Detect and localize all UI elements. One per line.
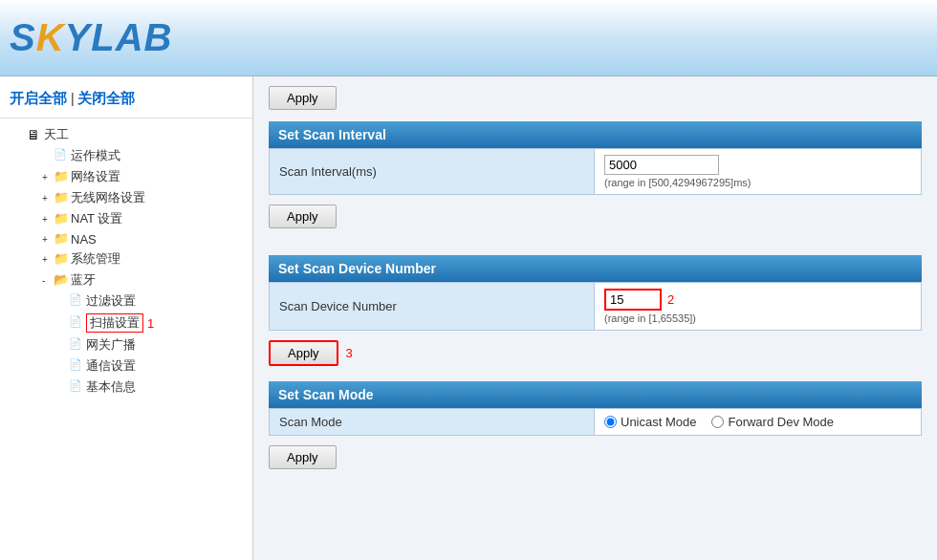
tree-root: 🖥 天工 📄 运作模式 + 📁 网络设置 + 📁 无线网络设置 bbox=[0, 124, 252, 398]
unicast-mode-radio[interactable] bbox=[604, 416, 617, 428]
forward-mode-label[interactable]: Forward Dev Mode bbox=[711, 415, 834, 429]
sidebar-top-links: 开启全部 | 关闭全部 bbox=[0, 84, 252, 118]
tree-label-wangluo: 网络设置 bbox=[71, 168, 120, 185]
sidebar-item-wuxian[interactable]: + 📁 无线网络设置 bbox=[8, 187, 252, 208]
sidebar-item-saomiao[interactable]: 📄 扫描设置 1 bbox=[8, 312, 252, 334]
expand-icon-lanya: - bbox=[42, 275, 54, 286]
sidebar-item-wangluo[interactable]: + 📁 网络设置 bbox=[8, 166, 252, 187]
scan-mode-radio-group: Unicast Mode Forward Dev Mode bbox=[604, 415, 911, 429]
scan-mode-value-cell: Unicast Mode Forward Dev Mode bbox=[595, 409, 922, 436]
forward-mode-radio[interactable] bbox=[711, 416, 724, 428]
sidebar-item-nat[interactable]: + 📁 NAT 设置 bbox=[8, 208, 252, 229]
expand-icon-wuxian: + bbox=[42, 193, 54, 204]
sidebar-item-tongxin[interactable]: 📄 通信设置 bbox=[8, 355, 252, 377]
table-row: Scan Device Number 2 (range in [1,65535]… bbox=[270, 283, 922, 331]
file-icon-tongxin: 📄 bbox=[69, 358, 84, 374]
folder-icon-wuxian: 📁 bbox=[54, 190, 69, 205]
scan-device-table: Scan Device Number 2 (range in [1,65535]… bbox=[269, 282, 922, 331]
scan-interval-apply-row: Apply bbox=[269, 201, 922, 244]
scan-interval-range: (range in [500,4294967295]ms) bbox=[604, 177, 911, 188]
scan-device-annotation: 2 bbox=[667, 292, 674, 307]
expand-icon-xitong: + bbox=[42, 254, 54, 265]
scan-device-input-group: 2 bbox=[604, 289, 911, 311]
table-row: Scan Interval(ms) (range in [500,4294967… bbox=[270, 149, 922, 195]
tree-label-guolv: 过滤设置 bbox=[86, 292, 136, 310]
open-all-link[interactable]: 开启全部 bbox=[10, 90, 67, 106]
sidebar-item-nas[interactable]: + 📁 NAS bbox=[8, 229, 252, 248]
sidebar-item-jiben[interactable]: 📄 基本信息 bbox=[8, 377, 252, 398]
scan-device-apply-annotation: 3 bbox=[346, 346, 353, 360]
section-header-scan-mode: Set Scan Mode bbox=[269, 381, 922, 408]
file-icon: 📄 bbox=[54, 148, 69, 163]
file-icon-wanguan: 📄 bbox=[69, 337, 84, 353]
logo-text: SKYLAB bbox=[10, 16, 172, 58]
sidebar-item-xitong[interactable]: + 📁 系统管理 bbox=[8, 248, 252, 269]
section-header-scan-device: Set Scan Device Number bbox=[269, 255, 922, 282]
tree-label-jiben: 基本信息 bbox=[86, 378, 136, 396]
scan-mode-table: Scan Mode Unicast Mode Forward Dev Mode bbox=[269, 408, 922, 436]
scan-device-label: Scan Device Number bbox=[270, 283, 595, 331]
scan-device-range: (range in [1,65535]) bbox=[604, 312, 911, 324]
sidebar-item-wanguan[interactable]: 📄 网关广播 bbox=[8, 334, 252, 355]
tree-label-wanguan: 网关广播 bbox=[86, 336, 136, 354]
section-scan-device-number: Set Scan Device Number Scan Device Numbe… bbox=[269, 255, 922, 370]
file-icon-saomiao: 📄 bbox=[69, 315, 84, 331]
tree-label-wuxian: 无线网络设置 bbox=[71, 189, 145, 206]
expand-icon-nat: + bbox=[42, 214, 54, 225]
scan-device-apply-row: Apply 3 bbox=[269, 336, 922, 370]
scan-interval-apply-button[interactable]: Apply bbox=[269, 205, 337, 228]
header: SKYLAB bbox=[0, 0, 937, 76]
scan-device-input[interactable] bbox=[604, 289, 662, 311]
sidebar-item-lanya[interactable]: - 📂 蓝牙 bbox=[8, 269, 252, 291]
unicast-mode-text: Unicast Mode bbox=[621, 415, 696, 429]
sidebar-item-yunzuo[interactable]: 📄 运作模式 bbox=[8, 145, 252, 166]
tree-label-nat: NAT 设置 bbox=[71, 210, 122, 227]
tree-label-yunzuo: 运作模式 bbox=[71, 147, 120, 164]
folder-icon-lanya: 📂 bbox=[54, 272, 69, 288]
top-apply-button[interactable]: Apply bbox=[269, 86, 337, 110]
section-scan-interval: Set Scan Interval Scan Interval(ms) (ran… bbox=[269, 121, 922, 244]
scan-device-value-cell: 2 (range in [1,65535]) bbox=[595, 283, 922, 331]
tree-root-label: 天工 bbox=[44, 126, 69, 143]
tree-label-tongxin: 通信设置 bbox=[86, 357, 136, 375]
unicast-mode-label[interactable]: Unicast Mode bbox=[604, 415, 696, 429]
table-row: Scan Mode Unicast Mode Forward Dev Mode bbox=[270, 409, 922, 436]
tree-root-item[interactable]: 🖥 天工 bbox=[8, 124, 252, 145]
logo: SKYLAB bbox=[10, 16, 172, 59]
tree-label-xitong: 系统管理 bbox=[71, 250, 120, 268]
forward-mode-text: Forward Dev Mode bbox=[728, 415, 834, 429]
tree-label-saomiao: 扫描设置 bbox=[86, 313, 143, 333]
file-icon-guolv: 📄 bbox=[69, 293, 84, 309]
tree-label-nas: NAS bbox=[71, 232, 97, 247]
computer-icon: 🖥 bbox=[27, 127, 42, 142]
expand-icon-wangluo: + bbox=[42, 172, 54, 183]
scan-device-apply-button[interactable]: Apply bbox=[269, 340, 338, 366]
badge-saomiao: 1 bbox=[147, 316, 154, 331]
section-scan-mode: Set Scan Mode Scan Mode Unicast Mode Fo bbox=[269, 381, 922, 485]
scan-interval-value-cell: (range in [500,4294967295]ms) bbox=[595, 149, 922, 195]
folder-icon-nat: 📁 bbox=[54, 211, 69, 226]
folder-icon-wangluo: 📁 bbox=[54, 169, 69, 184]
scan-mode-label: Scan Mode bbox=[270, 409, 595, 436]
close-all-link[interactable]: 关闭全部 bbox=[77, 90, 135, 106]
tree-label-lanya: 蓝牙 bbox=[71, 271, 96, 289]
scan-interval-table: Scan Interval(ms) (range in [500,4294967… bbox=[269, 148, 922, 195]
sidebar-item-guolv[interactable]: 📄 过滤设置 bbox=[8, 291, 252, 312]
folder-icon-nas: 📁 bbox=[54, 231, 69, 247]
scan-mode-apply-row: Apply bbox=[269, 442, 922, 485]
content-area: Apply Set Scan Interval Scan Interval(ms… bbox=[253, 76, 937, 560]
folder-icon-xitong: 📁 bbox=[54, 251, 69, 267]
sidebar: 开启全部 | 关闭全部 🖥 天工 📄 运作模式 + 📁 网络设置 bbox=[0, 76, 253, 560]
scan-mode-apply-button[interactable]: Apply bbox=[269, 445, 337, 469]
scan-interval-label: Scan Interval(ms) bbox=[270, 149, 595, 195]
expand-icon-nas: + bbox=[42, 234, 54, 245]
file-icon-jiben: 📄 bbox=[69, 379, 84, 395]
scan-interval-input[interactable] bbox=[604, 155, 719, 175]
section-header-scan-interval: Set Scan Interval bbox=[269, 121, 922, 148]
main-layout: 开启全部 | 关闭全部 🖥 天工 📄 运作模式 + 📁 网络设置 bbox=[0, 76, 937, 560]
